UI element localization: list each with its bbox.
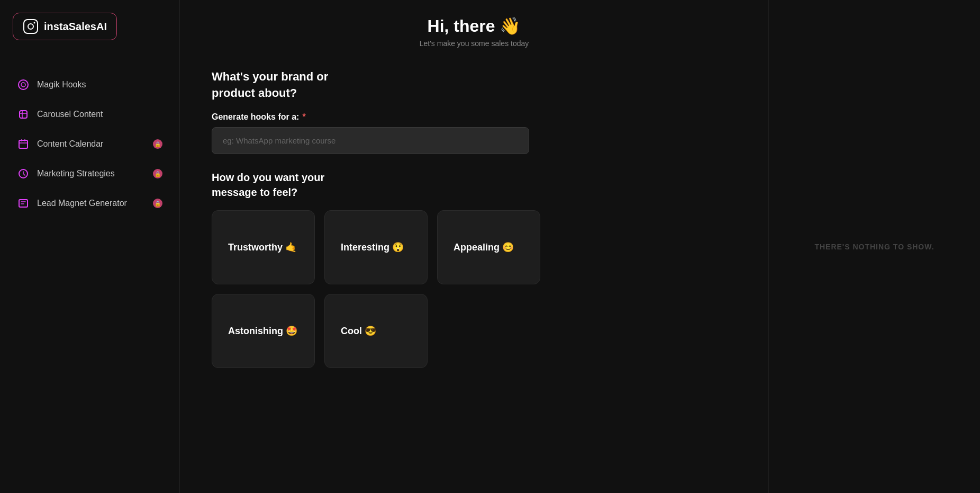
svg-rect-0: [24, 20, 38, 33]
sidebar-item-lead-magnet[interactable]: Lead Magnet Generator 🔒: [8, 191, 171, 216]
svg-point-1: [28, 24, 33, 29]
sidebar-item-carousel-content[interactable]: Carousel Content: [8, 102, 171, 127]
carousel-icon: [17, 108, 30, 121]
logo-box[interactable]: instaSalesAI: [13, 13, 117, 40]
mood-card-astonishing[interactable]: Astonishing 🤩: [212, 294, 315, 368]
sidebar-item-marketing-strategies[interactable]: Marketing Strategies 🔒: [8, 161, 171, 186]
svg-rect-6: [19, 140, 28, 148]
sidebar-nav: Magik Hooks Carousel Content: [0, 61, 179, 227]
empty-state-text: THERE'S NOTHING TO SHOW.: [814, 243, 934, 251]
form-area: What's your brand orproduct about? Gener…: [180, 58, 741, 379]
mood-card-trustworthy[interactable]: Trustworthy 🤙: [212, 210, 315, 284]
lead-icon: [17, 197, 30, 210]
strategy-icon: [17, 167, 30, 180]
sidebar-item-content-calendar[interactable]: Content Calendar 🔒: [8, 131, 171, 157]
lead-lock-badge: 🔒: [153, 199, 162, 208]
svg-rect-7: [19, 200, 28, 207]
sidebar-item-carousel-label: Carousel Content: [37, 110, 103, 119]
svg-rect-5: [20, 111, 27, 118]
hooks-input[interactable]: [212, 127, 529, 154]
instagram-icon: [23, 19, 39, 34]
main-content: Hi, there 👋 Let's make you some sales to…: [180, 0, 768, 493]
mood-grid: Trustworthy 🤙 Interesting 😲 Appealing 😊 …: [212, 210, 709, 368]
header-subtitle: Let's make you some sales today: [420, 39, 529, 48]
svg-point-2: [34, 22, 35, 24]
brand-question: What's your brand orproduct about?: [212, 69, 709, 102]
sidebar-item-lead-label: Lead Magnet Generator: [37, 199, 127, 208]
mood-card-interesting[interactable]: Interesting 😲: [324, 210, 428, 284]
right-panel: THERE'S NOTHING TO SHOW.: [768, 0, 980, 493]
sidebar-item-calendar-label: Content Calendar: [37, 139, 103, 149]
sidebar: instaSalesAI Magik Hooks: [0, 0, 180, 493]
sidebar-item-magik-hooks-label: Magik Hooks: [37, 80, 86, 89]
magik-icon: [17, 78, 30, 91]
page-header: Hi, there 👋 Let's make you some sales to…: [180, 0, 768, 58]
header-title: Hi, there 👋: [428, 16, 521, 36]
logo-area: instaSalesAI: [0, 0, 179, 61]
svg-point-3: [19, 80, 28, 89]
logo-text: instaSalesAI: [44, 21, 107, 33]
astonishing-label: Astonishing 🤩: [228, 325, 297, 337]
calendar-icon: [17, 138, 30, 150]
mood-card-appealing[interactable]: Appealing 😊: [437, 210, 540, 284]
cool-label: Cool 😎: [341, 325, 376, 337]
mood-card-cool[interactable]: Cool 😎: [324, 294, 428, 368]
sidebar-item-magik-hooks[interactable]: Magik Hooks: [8, 72, 171, 97]
strategies-lock-badge: 🔒: [153, 169, 162, 178]
appealing-label: Appealing 😊: [453, 241, 514, 253]
sidebar-item-strategies-label: Marketing Strategies: [37, 169, 115, 178]
required-indicator: *: [302, 112, 305, 122]
trustworthy-label: Trustworthy 🤙: [228, 241, 297, 253]
hooks-label: Generate hooks for a: *: [212, 112, 709, 122]
calendar-lock-badge: 🔒: [153, 139, 162, 149]
feel-question: How do you want yourmessage to feel?: [212, 170, 709, 200]
interesting-label: Interesting 😲: [341, 241, 404, 253]
svg-point-4: [21, 83, 25, 87]
